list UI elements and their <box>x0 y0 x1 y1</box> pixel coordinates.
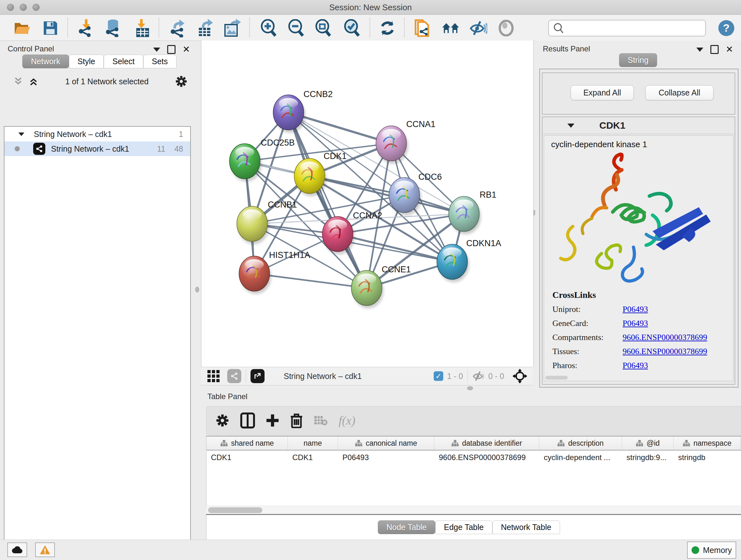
entry-title: CDK1 <box>599 120 625 131</box>
homes-icon[interactable] <box>442 19 460 37</box>
network-row-selected[interactable]: String Network – cdk1 11 48 <box>4 141 190 156</box>
column-header-description[interactable]: description <box>539 436 622 450</box>
import-network-database-icon[interactable] <box>104 19 122 37</box>
import-network-file-icon[interactable] <box>77 19 95 37</box>
node-HIST1H1A[interactable]: HIST1H1A <box>239 250 310 294</box>
collapse-all-button[interactable]: Collapse All <box>645 85 714 100</box>
edge-CCNB2-CCNE1[interactable] <box>288 112 367 288</box>
open-in-new-window-icon[interactable] <box>251 369 265 383</box>
export-table-icon[interactable] <box>196 19 214 37</box>
column-mapping-icon <box>636 440 643 447</box>
column-header-@id[interactable]: @id <box>622 436 674 450</box>
panel-float-icon[interactable] <box>167 45 176 54</box>
crosslink-value[interactable]: 9606.ENSP00000378699 <box>623 333 707 342</box>
table-hscrollbar[interactable] <box>206 506 741 514</box>
table-row[interactable]: CDK1CDK1P064939606.ENSP00000378699cyclin… <box>206 450 741 464</box>
column-header-database-identifier[interactable]: database identifier <box>434 436 539 450</box>
panel-float-icon[interactable] <box>711 45 719 54</box>
selected-checkbox-icon[interactable]: ✓ <box>434 371 443 381</box>
import-table-icon[interactable] <box>133 19 151 37</box>
table-cell[interactable]: CDK1 <box>288 453 338 462</box>
export-image-icon[interactable] <box>223 19 241 37</box>
node-CDKN1A[interactable]: CDKN1A <box>437 239 501 282</box>
entry-scrollbar-thumb[interactable] <box>545 376 568 380</box>
tab-sets[interactable]: Sets <box>143 55 177 68</box>
svg-text:?: ? <box>723 22 730 34</box>
panel-close-icon[interactable]: ✕ <box>726 46 733 53</box>
tab-node-table[interactable]: Node Table <box>378 520 435 534</box>
show-columns-icon[interactable] <box>240 413 255 428</box>
table-cell[interactable]: stringdb <box>674 453 741 462</box>
horizontal-splitter-handle[interactable] <box>467 386 473 390</box>
tab-edge-table[interactable]: Edge Table <box>435 520 492 534</box>
column-header-canonical-name[interactable]: canonical name <box>338 436 434 450</box>
crosslink-value[interactable]: P06493 <box>623 361 648 370</box>
table-cell[interactable]: 9606.ENSP00000378699 <box>434 453 539 462</box>
memory-button[interactable]: Memory <box>687 542 736 559</box>
refresh-icon[interactable] <box>379 19 396 37</box>
crosslink-value[interactable]: P06493 <box>623 305 648 314</box>
collapse-all-tree-icon[interactable] <box>13 77 23 86</box>
table-cell[interactable]: P06493 <box>338 453 434 462</box>
node-CDK1[interactable]: CDK1 <box>294 151 347 196</box>
string-style-icon[interactable] <box>227 369 241 383</box>
zoom-selected-icon[interactable] <box>343 19 361 37</box>
node-CDC6[interactable]: CDC6 <box>389 172 442 215</box>
export-network-icon[interactable] <box>169 19 186 37</box>
network-view-canvas[interactable]: CCNB2CCNA1CDC25BCDK1CDC6RB1CCNB1CCNA2CDK… <box>201 41 534 367</box>
tab-string-results[interactable]: String <box>619 53 657 67</box>
table-hscrollbar-thumb[interactable] <box>208 507 262 513</box>
panel-close-icon[interactable]: ✕ <box>183 46 190 53</box>
open-folder-icon[interactable] <box>13 19 31 37</box>
panel-menu-icon[interactable] <box>696 48 703 52</box>
expand-all-button[interactable]: Expand All <box>570 85 634 100</box>
left-splitter-handle[interactable] <box>195 287 199 293</box>
zoom-fit-icon[interactable] <box>314 19 332 37</box>
column-header-shared-name[interactable]: shared name <box>206 436 288 450</box>
column-header-name[interactable]: name <box>288 436 338 450</box>
selected-indicator: 1 - 0 <box>447 372 463 381</box>
column-mapping-icon <box>220 440 228 447</box>
zoom-out-icon[interactable] <box>287 19 305 37</box>
node-RB1[interactable]: RB1 <box>449 190 496 234</box>
column-header-namespace[interactable]: namespace <box>674 436 741 450</box>
network-edge-count: 48 <box>174 144 183 153</box>
tree-expander-icon[interactable] <box>18 132 24 136</box>
crosslink-value[interactable]: 9606.ENSP00000378699 <box>623 347 707 356</box>
crosslink-label: Compartments: <box>552 333 623 342</box>
crosslink-value[interactable]: P06493 <box>623 319 648 328</box>
network-collection-row[interactable]: String Network – cdk1 1 <box>4 127 190 141</box>
panel-menu-icon[interactable] <box>153 48 160 52</box>
search-input[interactable] <box>566 21 705 35</box>
table-options-gear-icon[interactable] <box>215 414 229 428</box>
expand-collapse-box: Expand All Collapse All <box>542 72 735 115</box>
birds-eye-view-icon[interactable] <box>207 369 220 383</box>
show-objects-icon[interactable] <box>497 19 515 37</box>
hide-objects-icon[interactable] <box>469 19 487 37</box>
table-cell[interactable]: CDK1 <box>206 453 288 462</box>
network-options-gear-icon[interactable] <box>175 75 188 88</box>
cloud-button[interactable] <box>7 543 27 557</box>
table-cell[interactable]: stringdb:9... <box>622 453 674 462</box>
fit-selected-crosshair-icon[interactable] <box>513 369 527 383</box>
tab-network[interactable]: Network <box>22 55 69 68</box>
help-icon[interactable]: ? <box>718 19 735 37</box>
delete-column-icon[interactable] <box>290 413 303 428</box>
warnings-button[interactable] <box>35 543 55 557</box>
string-network-graph[interactable]: CCNB2CCNA1CDC25BCDK1CDC6RB1CCNB1CCNA2CDK… <box>201 41 533 367</box>
expand-all-tree-icon[interactable] <box>28 77 39 86</box>
share-document-icon[interactable] <box>413 19 431 37</box>
zoom-in-icon[interactable] <box>260 19 278 37</box>
tab-style[interactable]: Style <box>69 55 104 68</box>
save-icon[interactable] <box>42 19 59 37</box>
network-selection-summary: 1 of 1 Network selected <box>39 77 175 86</box>
node-CCNE1[interactable]: CCNE1 <box>351 265 411 308</box>
table-cell[interactable]: cyclin-dependent ... <box>539 453 622 462</box>
entry-expander-icon[interactable] <box>567 124 575 128</box>
tab-select[interactable]: Select <box>104 55 143 68</box>
add-column-icon[interactable] <box>266 414 279 427</box>
function-builder-icon: f(x) <box>339 414 355 428</box>
crosslink-label: Uniprot: <box>552 305 623 314</box>
tab-network-table[interactable]: Network Table <box>492 520 560 534</box>
results-panel-title: Results Panel <box>543 44 590 53</box>
